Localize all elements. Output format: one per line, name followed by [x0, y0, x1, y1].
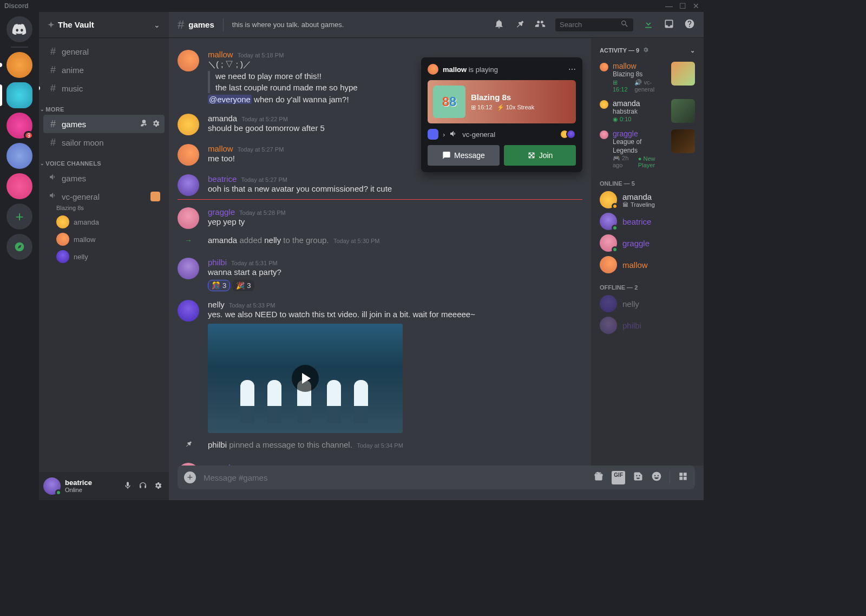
explore-button[interactable]	[6, 234, 32, 260]
member-row[interactable]: mallow	[595, 254, 699, 276]
server-item[interactable]	[6, 143, 32, 169]
notifications-icon[interactable]	[494, 18, 504, 31]
channel-topic: this is where you talk. about games.	[232, 21, 344, 29]
message[interactable]: nelly Today at 5:33 PM yes. we also NEED…	[178, 297, 582, 434]
activity-row[interactable]: graggle League of Legends 🎮 2h ago ● New…	[595, 126, 699, 172]
member-row[interactable]: philbi	[595, 314, 699, 336]
gif-icon[interactable]: GIF	[612, 471, 625, 484]
message-composer[interactable]: + Message #games GIF	[178, 466, 695, 489]
author[interactable]: graggle	[208, 463, 235, 466]
pin-icon[interactable]	[514, 18, 525, 31]
channel-item-music[interactable]: # music	[43, 79, 165, 97]
gear-icon[interactable]	[642, 47, 649, 54]
channel-item-games[interactable]: # games	[43, 115, 165, 133]
channel-category-voice[interactable]: ⌄ VOICE CHANNELS	[39, 152, 165, 169]
app-name: Discord	[4, 2, 29, 10]
gear-icon[interactable]	[152, 119, 160, 129]
activity-header-label: ACTIVITY — 9	[600, 47, 639, 54]
author[interactable]: philbi	[208, 258, 227, 267]
server-item[interactable]	[6, 52, 32, 78]
message[interactable]: graggle Today at 5:28 PM yep yep ty	[178, 204, 582, 230]
chevron-down-icon[interactable]: ⌄	[690, 47, 695, 54]
author[interactable]: graggle	[208, 207, 235, 217]
activity-row[interactable]: amanda habstrak ◉ 0:10	[595, 96, 699, 127]
speaker-icon	[48, 191, 58, 202]
server-item-active[interactable]	[6, 82, 32, 108]
avatar[interactable]	[178, 463, 199, 466]
member-row[interactable]: nelly	[595, 293, 699, 314]
voice-channel-games[interactable]: games	[43, 169, 165, 187]
avatar[interactable]	[178, 258, 199, 279]
reaction[interactable]: 🎉3	[232, 280, 254, 291]
add-server-button[interactable]: +	[6, 204, 32, 230]
author[interactable]: mallow	[208, 144, 233, 153]
author[interactable]: nelly	[208, 300, 225, 309]
message-button[interactable]: Message	[428, 145, 500, 166]
join-button[interactable]: Join	[504, 145, 576, 166]
message[interactable]: philbi Today at 5:31 PM wanna start a pa…	[178, 254, 582, 292]
titlebar: Discord — ☐ ✕	[0, 0, 704, 12]
avatar[interactable]	[178, 50, 199, 71]
message[interactable]: beatrice Today at 5:27 PM ooh is that a …	[178, 171, 582, 197]
timestamp: Today at 5:35 PM	[239, 465, 286, 466]
attach-button[interactable]: +	[184, 471, 196, 483]
message-list[interactable]: mallow is playing ⋯ 88 Blazing 8s ⊞ 16:1…	[169, 38, 591, 466]
more-icon[interactable]: ⋯	[568, 65, 576, 74]
avatar[interactable]	[178, 300, 199, 322]
game-art	[671, 129, 695, 153]
voice-user[interactable]: amanda	[52, 213, 165, 231]
author[interactable]: beatrice	[208, 174, 237, 184]
server-item[interactable]	[6, 173, 32, 199]
gift-icon[interactable]	[593, 471, 604, 484]
activities-icon[interactable]	[678, 471, 688, 484]
reaction[interactable]: 🎊3	[208, 280, 230, 291]
voice-channel-vc-general[interactable]: vc-general	[43, 187, 165, 206]
search-placeholder: Search	[560, 21, 620, 29]
game-thumbnail: 88	[433, 86, 465, 118]
speaker-icon	[48, 173, 58, 184]
minimize-button[interactable]: —	[665, 2, 673, 10]
avatar	[600, 213, 617, 230]
create-invite-icon[interactable]	[140, 119, 148, 129]
member-row[interactable]: amanda 🏛Traveling	[595, 189, 699, 211]
channel-category-more[interactable]: ⌄ MORE	[39, 97, 165, 115]
deafen-button[interactable]	[136, 479, 149, 494]
activity-game-card[interactable]: 88 Blazing 8s ⊞ 16:12 ⚡ 10x Streak	[428, 80, 576, 123]
members-icon[interactable]	[535, 18, 546, 31]
video-embed[interactable]	[208, 324, 403, 433]
member-row[interactable]: graggle	[595, 232, 699, 254]
close-button[interactable]: ✕	[693, 2, 699, 10]
user-avatar[interactable]	[43, 477, 61, 495]
avatar[interactable]	[178, 174, 199, 196]
channel-item-anime[interactable]: # anime	[43, 61, 165, 79]
voice-user[interactable]: nelly	[52, 248, 165, 265]
member-row[interactable]: beatrice	[595, 211, 699, 232]
emoji-icon[interactable]	[651, 471, 662, 484]
pin-icon	[178, 440, 199, 450]
author[interactable]: amanda	[208, 114, 237, 123]
server-item[interactable]: 9	[6, 113, 32, 139]
channel-item-sailor-moon[interactable]: # sailor moon	[43, 133, 165, 152]
download-icon[interactable]	[643, 18, 654, 31]
message[interactable]: graggle Today at 5:35 PM wait have you s…	[178, 460, 582, 466]
play-icon[interactable]	[292, 365, 319, 392]
search-input[interactable]: Search	[555, 18, 633, 31]
hash-icon: #	[48, 119, 58, 130]
channel-item-general[interactable]: # general	[43, 42, 165, 61]
home-button[interactable]	[6, 16, 32, 42]
activity-vc-link[interactable]: › vc-general	[428, 129, 576, 140]
sticker-icon[interactable]	[633, 471, 644, 484]
voice-user[interactable]: mallow	[52, 231, 165, 248]
help-icon[interactable]	[684, 18, 695, 31]
avatar[interactable]	[178, 114, 199, 135]
activity-row[interactable]: mallow Blazing 8s ⊞ 16:12 🔊 vc-general	[595, 58, 699, 96]
settings-button[interactable]	[152, 479, 165, 494]
search-icon	[620, 19, 629, 30]
author[interactable]: mallow	[208, 50, 233, 59]
avatar[interactable]	[178, 207, 199, 229]
mute-button[interactable]	[121, 479, 134, 494]
server-header[interactable]: ✦ The Vault ⌄	[39, 12, 169, 38]
maximize-button[interactable]: ☐	[679, 2, 686, 10]
avatar[interactable]	[178, 144, 199, 166]
inbox-icon[interactable]	[664, 18, 674, 31]
